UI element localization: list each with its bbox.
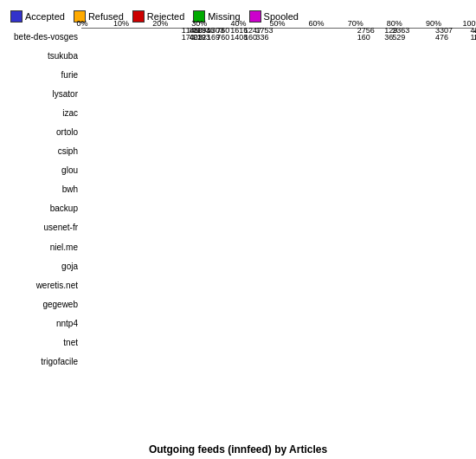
bar-value-labels: 3307476 (434, 27, 453, 41)
x-label: 30% (191, 19, 207, 28)
x-label: 20% (152, 19, 168, 28)
y-label: nntp4 (3, 318, 81, 330)
y-label: gegeweb (3, 299, 81, 311)
y-label: tsukuba (3, 50, 81, 62)
legend-color-box (10, 10, 23, 23)
x-label: 50% (269, 19, 285, 28)
y-label: furie (3, 69, 81, 81)
legend-label: Accepted (25, 11, 65, 22)
bar-value-labels: 1247160 (242, 27, 261, 41)
y-label: niel.me (3, 242, 81, 254)
y-label: tnet (3, 337, 81, 349)
y-label: csiph (3, 145, 81, 158)
bar-value-labels: 12936 (383, 27, 397, 41)
bar-value-labels: 1303169 (205, 27, 224, 41)
bar-value-labels: 4726100 (473, 27, 476, 41)
x-label: 100% (462, 19, 476, 28)
y-label: lysator (3, 88, 81, 100)
x-label: 90% (426, 19, 441, 28)
chart-title: Outgoing feeds (innfeed) by Articles (0, 443, 476, 456)
x-label: 40% (230, 19, 246, 28)
y-label: bete-des-vosges (3, 31, 81, 43)
x-label: 10% (113, 19, 129, 28)
x-label: 70% (348, 19, 363, 28)
legend-item: Accepted (10, 10, 65, 23)
y-label: backup (3, 203, 81, 215)
bars-wrapper: 1616140876076023635293307476880403175333… (81, 28, 473, 389)
y-label: usenet-fr (3, 222, 81, 234)
bar-value-labels: 1145170 (180, 27, 199, 41)
y-label: trigofacile (3, 356, 81, 368)
y-label: weretis.net (3, 280, 81, 292)
y-label: goja (3, 261, 81, 273)
x-label: 60% (309, 19, 325, 28)
y-axis-labels: bete-des-vosgestsukubafurielysatorizacor… (3, 28, 81, 389)
chart-container: AcceptedRefusedRejectedMissingSpooled be… (0, 0, 476, 459)
y-label: ortolo (3, 126, 81, 139)
bars-area: 1616140876076023635293307476880403175333… (81, 28, 473, 29)
x-label: 0% (76, 19, 87, 28)
bar-value-labels: 2756160 (356, 27, 375, 41)
y-label: glou (3, 165, 81, 177)
x-axis-labels: 0%10%20%30%40%50%60%70%80%90%100% (82, 10, 473, 28)
y-label: bwh (3, 184, 81, 196)
x-label: 80% (387, 19, 402, 28)
y-label: izac (3, 107, 81, 120)
